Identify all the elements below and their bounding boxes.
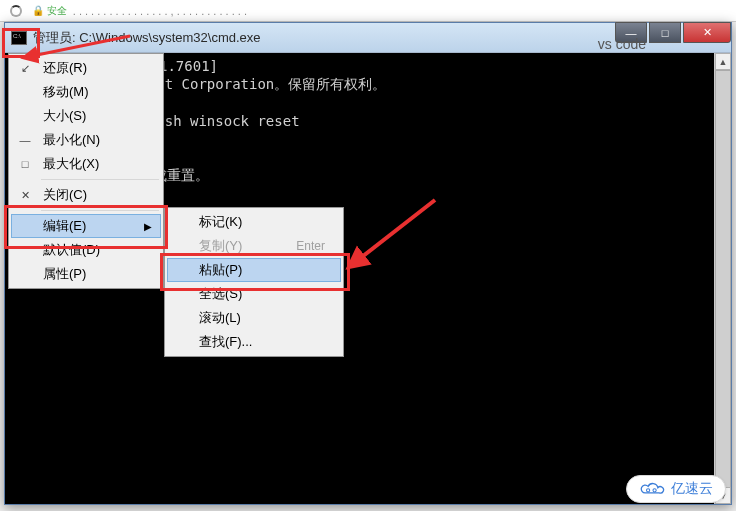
menu-label: 查找(F)...: [199, 333, 252, 351]
menu-label: 大小(S): [43, 107, 86, 125]
menu-label: 标记(K): [199, 213, 242, 231]
svg-point-3: [653, 489, 656, 492]
vertical-scrollbar[interactable]: ▲ ▼: [714, 53, 731, 504]
menu-label: 默认值(D): [43, 241, 100, 259]
menu-paste[interactable]: 粘贴(P): [167, 258, 341, 282]
background-hint-text: vs code: [598, 36, 646, 52]
menu-label: 移动(M): [43, 83, 89, 101]
menu-separator: [41, 179, 159, 180]
menu-close[interactable]: ✕ 关闭(C): [11, 183, 161, 207]
menu-selectall[interactable]: 全选(S): [167, 282, 341, 306]
menu-mark[interactable]: 标记(K): [167, 210, 341, 234]
cloud-icon: [639, 481, 665, 497]
menu-scroll[interactable]: 滚动(L): [167, 306, 341, 330]
maximize-button[interactable]: □: [649, 22, 681, 43]
menu-edit[interactable]: 编辑(E) ▶: [11, 214, 161, 238]
menu-properties[interactable]: 属性(P): [11, 262, 161, 286]
window-title: 管理员: C:\Windows\system32\cmd.exe: [33, 29, 261, 47]
cmd-icon[interactable]: [11, 31, 27, 45]
menu-separator: [41, 210, 159, 211]
menu-label: 最小化(N): [43, 131, 100, 149]
menu-label: 关闭(C): [43, 186, 87, 204]
close-icon: ✕: [15, 189, 35, 202]
loading-spinner-icon: [10, 5, 22, 17]
scroll-thumb[interactable]: [715, 70, 731, 500]
menu-minimize[interactable]: — 最小化(N): [11, 128, 161, 152]
menu-label: 还原(R): [43, 59, 87, 77]
system-menu: ↙ 还原(R) 移动(M) 大小(S) — 最小化(N) □ 最大化(X) ✕ …: [8, 53, 164, 289]
menu-label: 滚动(L): [199, 309, 241, 327]
close-button[interactable]: ✕: [683, 22, 731, 43]
menu-accelerator: Enter: [296, 239, 325, 253]
menu-restore[interactable]: ↙ 还原(R): [11, 56, 161, 80]
menu-maximize[interactable]: □ 最大化(X): [11, 152, 161, 176]
svg-point-2: [646, 489, 649, 492]
restore-icon: ↙: [15, 62, 35, 75]
submenu-arrow-icon: ▶: [144, 221, 152, 232]
menu-label: 属性(P): [43, 265, 86, 283]
scroll-up-arrow-icon[interactable]: ▲: [715, 53, 731, 70]
edit-submenu: 标记(K) 复制(Y) Enter 粘贴(P) 全选(S) 滚动(L) 查找(F…: [164, 207, 344, 357]
watermark-badge: 亿速云: [626, 475, 726, 503]
menu-copy: 复制(Y) Enter: [167, 234, 341, 258]
browser-tab-bar: 🔒 安全 . . . . . . . . . . . . . . . . , .…: [0, 0, 736, 22]
menu-label: 复制(Y): [199, 237, 242, 255]
menu-label: 粘贴(P): [199, 261, 242, 279]
url-text: . . . . . . . . . . . . . . . . , . . . …: [73, 5, 247, 17]
maximize-icon: □: [15, 158, 35, 170]
menu-label: 编辑(E): [43, 217, 86, 235]
menu-label: 全选(S): [199, 285, 242, 303]
menu-find[interactable]: 查找(F)...: [167, 330, 341, 354]
menu-label: 最大化(X): [43, 155, 99, 173]
menu-defaults[interactable]: 默认值(D): [11, 238, 161, 262]
menu-move[interactable]: 移动(M): [11, 80, 161, 104]
watermark-text: 亿速云: [671, 480, 713, 498]
minimize-icon: —: [15, 134, 35, 146]
menu-size[interactable]: 大小(S): [11, 104, 161, 128]
lock-icon: 🔒 安全: [32, 4, 67, 18]
